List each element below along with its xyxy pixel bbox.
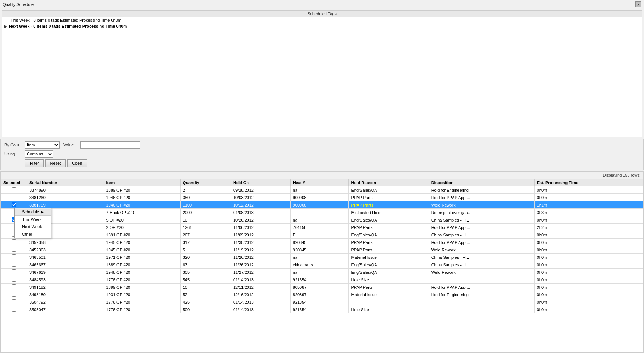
cell-serial: 3452358 [27,239,104,246]
row-checkbox[interactable] [12,284,16,289]
filter-button[interactable]: Filter [25,159,44,167]
cell-held_on: 11/26/2012 [231,254,290,261]
next-week-item[interactable]: Next Week - 0 items 0 tags Estimated Pro… [2,23,642,29]
this-week-item[interactable]: This Week - 0 items 0 tags Estimated Pro… [2,17,642,23]
table-row[interactable]: 33817591946 OP #20110010/12/2012900908PP… [1,201,643,209]
checkbox-cell [1,291,27,298]
table-row[interactable]: 35050471776 OP #2050001/14/2013921354Hol… [1,306,643,313]
cell-item: 5 OP #20 [104,216,180,224]
cell-disposition: Hold for PPAP Appr... [429,194,534,201]
cell-held_on: 01/08/2013 [231,209,290,216]
cell-held_reason [349,298,429,306]
window-title: Quality Schedule [3,2,34,7]
context-menu-header[interactable]: Schedule ▶ [15,208,51,216]
context-menu-other[interactable]: Other [15,230,51,238]
cell-disposition [429,276,534,284]
table-row[interactable]: 33748901889 OP #20209/28/2012naEng/Sales… [1,186,643,194]
cell-held_reason: Eng/Sales/QA [349,231,429,239]
data-table: Selected Serial Number Item Quantity Hel… [1,179,643,313]
cell-disposition: Hold for PPAP Appr... [429,284,534,291]
row-checkbox[interactable] [12,307,16,312]
table-row[interactable]: 343...2 OP #20126111/06/2012764158PPAP P… [1,224,643,231]
cell-est_time: 1h1m [534,201,643,209]
table-row[interactable]: 34635011971 OP #2032011/26/2012naMateria… [1,254,643,261]
cell-item: 1889 OP #20 [104,261,180,269]
row-checkbox[interactable] [12,187,16,192]
using-select-wrapper[interactable]: Contains Equals Starts With Ends With [25,150,53,158]
row-checkbox[interactable] [12,247,16,252]
cell-est_time: 0h0m [534,194,643,201]
cell-quantity: 500 [180,306,231,313]
cell-held_on: 11/09/2012 [231,231,290,239]
cell-quantity: 2000 [180,209,231,216]
row-checkbox[interactable] [12,195,16,199]
column-select-wrapper[interactable]: Item Serial Number Quantity Held On Heat… [25,141,60,149]
cell-serial: 3484593 [27,276,104,284]
cell-serial: 3463501 [27,254,104,261]
quality-schedule-window: Quality Schedule × Scheduled Tags This W… [0,0,644,353]
table-row[interactable]: 34911821899 OP #201012/11/2012805087PPAP… [1,284,643,291]
cell-item: 1776 OP #20 [104,276,180,284]
row-checkbox[interactable] [12,254,16,259]
filter-buttons: Filter Reset Open [4,159,640,167]
cell-heat: na [290,269,349,276]
cell-item: 1945 OP #20 [104,239,180,246]
reset-button[interactable]: Reset [45,159,66,167]
table-row[interactable]: 34656671889 OP #206311/26/2012china part… [1,261,643,269]
table-row[interactable]: 34406371891 OP #2026711/09/2012FEng/Sale… [1,231,643,239]
table-row[interactable]: 34523631945 OP #20511/19/2012920845PPAP … [1,246,643,254]
next-week-label: Next Week - 0 items 0 tags Estimated Pro… [9,24,127,28]
table-row[interactable]: 34981801931 OP #205212/16/2012820897Mate… [1,291,643,298]
table-container[interactable]: Selected Serial Number Item Quantity Hel… [1,179,643,352]
table-row[interactable]: 3407-Back7-Back OP #20200001/08/2013Misl… [1,209,643,216]
cell-quantity: 305 [180,269,231,276]
cell-est_time: 3h3m [534,209,643,216]
cell-est_time: 0h0m [534,186,643,194]
cell-heat: 920845 [290,246,349,254]
cell-quantity: 425 [180,298,231,306]
cell-item: 1945 OP #20 [104,246,180,254]
using-select[interactable]: Contains Equals Starts With Ends With [25,151,53,157]
col-quantity: Quantity [180,179,231,186]
cell-serial: 3498180 [27,291,104,298]
cell-heat: 820897 [290,291,349,298]
cell-heat: na [290,186,349,194]
cell-item: 1971 OP #20 [104,254,180,261]
cell-serial: 3381260 [27,194,104,201]
context-menu-next-week[interactable]: Next Week [15,223,51,230]
cell-item: 1899 OP #20 [104,284,180,291]
row-checkbox[interactable] [12,262,16,267]
by-column-label: By Colu [4,143,25,147]
table-row[interactable]: 341...5 OP #201010/26/2012naEng/Sales/QA… [1,216,643,224]
cell-item: 1889 OP #20 [104,186,180,194]
table-row[interactable]: 33812601946 OP #2035010/03/2012900908PPA… [1,194,643,201]
row-checkbox[interactable] [12,239,16,244]
row-checkbox[interactable] [12,202,16,207]
row-checkbox[interactable] [12,292,16,297]
row-checkbox[interactable] [12,277,16,282]
cell-quantity: 317 [180,239,231,246]
close-button[interactable]: × [635,1,641,7]
cell-item: 1776 OP #20 [104,306,180,313]
using-label: Using [4,152,25,156]
open-button[interactable]: Open [67,159,87,167]
table-row[interactable]: 34523581945 OP #2031711/30/2012920845PPA… [1,239,643,246]
column-select[interactable]: Item Serial Number Quantity Held On Heat… [25,142,59,148]
checkbox-cell [1,284,27,291]
table-row[interactable]: 34845931776 OP #2054501/14/2013921354Hol… [1,276,643,284]
row-checkbox[interactable] [12,299,16,304]
cell-disposition: Hold for Engineering [429,291,534,298]
cell-held_reason: Hole Size [349,306,429,313]
col-heat: Heat # [290,179,349,186]
cell-quantity: 320 [180,254,231,261]
row-checkbox[interactable] [12,269,16,274]
cell-held_reason: PPAP Parts [349,201,429,209]
cell-quantity: 545 [180,276,231,284]
cell-est_time: 0h0m [534,246,643,254]
table-row[interactable]: 34676191948 OP #2030511/27/2012naEng/Sal… [1,269,643,276]
cell-serial: 3381759 [27,201,104,209]
checkbox-cell [1,186,27,194]
table-row[interactable]: 35047921776 OP #2042501/14/20139213540h0… [1,298,643,306]
value-input[interactable] [80,141,140,149]
context-menu-this-week[interactable]: This Week [15,216,51,223]
